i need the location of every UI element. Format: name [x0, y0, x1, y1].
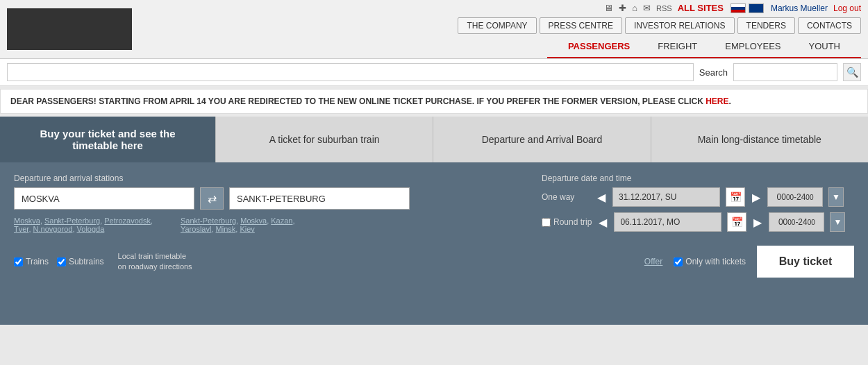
one-way-prev-btn[interactable]: ◀ [596, 191, 607, 204]
company-button[interactable]: THE COMPANY [458, 17, 536, 34]
all-sites-link[interactable]: ALL SITES [678, 3, 724, 13]
offer-link[interactable]: Offer [644, 257, 662, 266]
main-search-input[interactable] [7, 63, 694, 81]
tab-freight[interactable]: FREIGHT [644, 35, 711, 57]
one-way-calendar-btn[interactable]: 📅 [726, 187, 745, 207]
one-way-next-btn[interactable]: ▶ [751, 191, 762, 204]
calendar-icon: 📅 [730, 192, 742, 203]
to-station-input[interactable] [229, 187, 410, 210]
investor-button[interactable]: INVESTOR RELATIONS [625, 17, 735, 34]
home-icon: ⌂ [632, 3, 637, 13]
rss-icon: RSS [656, 4, 672, 12]
one-way-time-arrow[interactable]: ▼ [828, 187, 844, 207]
to-quick-links: Sankt-Peterburg, Moskva, Kazan, Yaroslav… [181, 217, 295, 233]
subtrains-checkbox[interactable] [57, 257, 66, 266]
round-trip-next-btn[interactable]: ▶ [752, 216, 763, 229]
tenders-button[interactable]: TENDERS [737, 17, 795, 34]
buy-ticket-button[interactable]: Buy ticket [757, 246, 854, 278]
flag-ru[interactable] [731, 3, 746, 13]
tab-passengers[interactable]: PASSENGERS [554, 35, 644, 58]
search-label: Search [699, 67, 728, 78]
search-input[interactable] [733, 63, 837, 81]
logout-link[interactable]: Log out [833, 3, 861, 13]
user-name-link[interactable]: Markus Mueller [771, 3, 828, 13]
from-quick-links: Moskva, Sankt-Peterburg, Petrozavodsk, T… [14, 217, 153, 233]
one-way-label: One way [542, 192, 590, 202]
tab-departure-board[interactable]: Departure and Arrival Board [433, 117, 650, 162]
notice-banner: DEAR PASSENGERS! STARTING FROM APRIL 14 … [0, 89, 868, 114]
flag-uk[interactable] [749, 3, 764, 13]
date-label: Departure date and time [542, 173, 854, 183]
subtrains-label: Subtrains [69, 257, 104, 266]
monitor-icon: 🖥 [604, 3, 613, 13]
mail-icon: ✉ [643, 3, 651, 13]
from-station-input[interactable] [14, 187, 194, 210]
tab-long-distance[interactable]: Main long-distance timetable [651, 117, 868, 162]
tab-active[interactable]: Buy your ticket and see the timetable he… [0, 117, 215, 162]
round-trip-label: Round trip [553, 217, 592, 227]
round-trip-calendar-btn[interactable]: 📅 [727, 212, 746, 232]
logo [7, 8, 132, 50]
tab-suburban[interactable]: A ticket for suburban train [215, 117, 433, 162]
trains-label: Trains [26, 257, 49, 266]
search-button[interactable]: 🔍 [843, 63, 861, 81]
round-trip-date-input[interactable] [614, 212, 721, 232]
only-tickets-checkbox[interactable] [674, 257, 683, 266]
plus-icon: ✚ [619, 3, 626, 13]
round-trip-checkbox[interactable] [542, 218, 551, 227]
contacts-button[interactable]: CONTACTS [798, 17, 861, 34]
round-trip-prev-btn[interactable]: ◀ [597, 216, 608, 229]
one-way-time-display: 0000-2400 [767, 187, 823, 207]
tab-youth[interactable]: YOUTH [795, 35, 855, 57]
swap-button[interactable]: ⇄ [200, 187, 224, 210]
round-trip-time-arrow[interactable]: ▼ [830, 212, 845, 232]
one-way-date-input[interactable] [612, 187, 720, 207]
press-button[interactable]: PRESS CENTRE [540, 17, 622, 34]
tab-employees[interactable]: EMPLOYEES [711, 35, 794, 57]
trains-checkbox[interactable] [14, 257, 23, 266]
notice-link[interactable]: HERE [706, 96, 728, 106]
round-trip-time-display: 0000-2400 [769, 212, 824, 232]
departure-label: Departure and arrival stations [14, 173, 519, 183]
local-timetable: Local train timetableon roadway directio… [118, 251, 192, 273]
calendar-icon-2: 📅 [731, 217, 743, 228]
only-tickets-label: Only with tickets [685, 257, 746, 266]
